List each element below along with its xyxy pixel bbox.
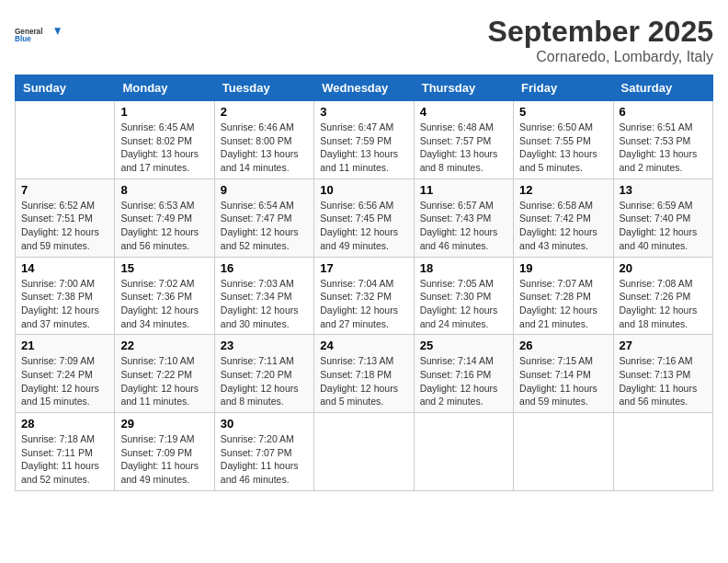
day-cell: 30Sunrise: 7:20 AMSunset: 7:07 PMDayligh… — [214, 413, 313, 491]
day-number: 26 — [519, 339, 607, 352]
day-info: Sunrise: 7:00 AMSunset: 7:38 PMDaylight:… — [21, 277, 108, 331]
title-area: September 2025 Cornaredo, Lombardy, Ital… — [488, 15, 713, 65]
day-info: Sunrise: 7:09 AMSunset: 7:24 PMDaylight:… — [21, 354, 108, 408]
day-number: 27 — [620, 339, 707, 352]
day-cell: 25Sunrise: 7:14 AMSunset: 7:16 PMDayligh… — [414, 335, 513, 413]
day-cell: 12Sunrise: 6:58 AMSunset: 7:42 PMDayligh… — [514, 178, 613, 257]
header-day-saturday: Saturday — [613, 75, 712, 101]
day-info: Sunrise: 7:02 AMSunset: 7:36 PMDaylight:… — [120, 277, 208, 331]
day-number: 6 — [620, 105, 707, 119]
day-info: Sunrise: 6:51 AMSunset: 7:53 PMDaylight:… — [620, 121, 707, 175]
header-row: SundayMondayTuesdayWednesdayThursdayFrid… — [16, 75, 713, 101]
day-cell: 5Sunrise: 6:50 AMSunset: 7:55 PMDaylight… — [514, 101, 613, 179]
week-row-2: 7Sunrise: 6:52 AMSunset: 7:51 PMDaylight… — [16, 178, 713, 257]
day-cell: 17Sunrise: 7:04 AMSunset: 7:32 PMDayligh… — [314, 257, 414, 335]
day-info: Sunrise: 7:14 AMSunset: 7:16 PMDaylight:… — [420, 354, 507, 408]
day-cell: 19Sunrise: 7:07 AMSunset: 7:28 PMDayligh… — [514, 257, 613, 335]
day-cell — [16, 101, 115, 179]
day-info: Sunrise: 7:15 AMSunset: 7:14 PMDaylight:… — [519, 354, 607, 408]
week-row-5: 28Sunrise: 7:18 AMSunset: 7:11 PMDayligh… — [16, 413, 713, 491]
day-cell — [514, 413, 613, 491]
day-info: Sunrise: 6:58 AMSunset: 7:42 PMDaylight:… — [519, 199, 607, 253]
day-cell: 2Sunrise: 6:46 AMSunset: 8:00 PMDaylight… — [214, 101, 313, 179]
day-number: 29 — [120, 417, 208, 431]
day-info: Sunrise: 7:05 AMSunset: 7:30 PMDaylight:… — [420, 277, 507, 331]
day-number: 5 — [519, 105, 607, 119]
day-number: 8 — [120, 183, 208, 197]
day-info: Sunrise: 7:03 AMSunset: 7:34 PMDaylight:… — [221, 277, 308, 331]
day-number: 1 — [120, 105, 208, 119]
day-cell: 6Sunrise: 6:51 AMSunset: 7:53 PMDaylight… — [613, 101, 712, 179]
day-cell: 8Sunrise: 6:53 AMSunset: 7:49 PMDaylight… — [115, 178, 214, 257]
calendar-table: SundayMondayTuesdayWednesdayThursdayFrid… — [15, 75, 713, 491]
day-cell: 3Sunrise: 6:47 AMSunset: 7:59 PMDaylight… — [314, 101, 414, 179]
day-cell — [414, 413, 513, 491]
day-number: 2 — [221, 105, 308, 119]
day-info: Sunrise: 6:45 AMSunset: 8:02 PMDaylight:… — [120, 121, 208, 175]
day-number: 3 — [320, 105, 407, 119]
day-cell: 13Sunrise: 6:59 AMSunset: 7:40 PMDayligh… — [613, 178, 712, 257]
day-number: 13 — [620, 183, 707, 197]
day-info: Sunrise: 6:47 AMSunset: 7:59 PMDaylight:… — [320, 121, 407, 175]
svg-marker-2 — [54, 28, 61, 35]
day-number: 25 — [420, 339, 507, 352]
day-number: 28 — [21, 417, 108, 431]
day-cell — [613, 413, 712, 491]
day-cell: 14Sunrise: 7:00 AMSunset: 7:38 PMDayligh… — [16, 257, 115, 335]
logo-svg: General Blue — [15, 15, 61, 55]
day-number: 24 — [320, 339, 407, 352]
day-info: Sunrise: 7:20 AMSunset: 7:07 PMDaylight:… — [221, 432, 308, 487]
header-day-friday: Friday — [514, 75, 613, 101]
day-info: Sunrise: 6:48 AMSunset: 7:57 PMDaylight:… — [420, 121, 507, 175]
day-info: Sunrise: 7:16 AMSunset: 7:13 PMDaylight:… — [620, 354, 707, 408]
day-cell: 16Sunrise: 7:03 AMSunset: 7:34 PMDayligh… — [214, 257, 313, 335]
day-number: 12 — [519, 183, 607, 197]
day-info: Sunrise: 6:53 AMSunset: 7:49 PMDaylight:… — [120, 199, 208, 253]
location-title: Cornaredo, Lombardy, Italy — [488, 49, 713, 65]
day-number: 4 — [420, 105, 507, 119]
logo: General Blue — [15, 15, 61, 55]
day-cell: 1Sunrise: 6:45 AMSunset: 8:02 PMDaylight… — [115, 101, 214, 179]
day-info: Sunrise: 7:11 AMSunset: 7:20 PMDaylight:… — [221, 354, 308, 408]
day-info: Sunrise: 7:08 AMSunset: 7:26 PMDaylight:… — [620, 277, 707, 331]
day-info: Sunrise: 7:18 AMSunset: 7:11 PMDaylight:… — [21, 432, 108, 487]
day-number: 20 — [620, 261, 707, 275]
month-title: September 2025 — [488, 15, 713, 49]
day-number: 11 — [420, 183, 507, 197]
week-row-3: 14Sunrise: 7:00 AMSunset: 7:38 PMDayligh… — [16, 257, 713, 335]
day-cell: 4Sunrise: 6:48 AMSunset: 7:57 PMDaylight… — [414, 101, 513, 179]
day-info: Sunrise: 6:46 AMSunset: 8:00 PMDaylight:… — [221, 121, 308, 175]
day-number: 16 — [221, 261, 308, 275]
day-number: 10 — [320, 183, 407, 197]
day-info: Sunrise: 6:50 AMSunset: 7:55 PMDaylight:… — [519, 121, 607, 175]
day-number: 17 — [320, 261, 407, 275]
header-day-monday: Monday — [115, 75, 214, 101]
day-number: 22 — [120, 339, 208, 352]
day-info: Sunrise: 6:54 AMSunset: 7:47 PMDaylight:… — [221, 199, 308, 253]
day-number: 9 — [221, 183, 308, 197]
day-number: 14 — [21, 261, 108, 275]
day-number: 19 — [519, 261, 607, 275]
day-info: Sunrise: 6:57 AMSunset: 7:43 PMDaylight:… — [420, 199, 507, 253]
day-cell: 23Sunrise: 7:11 AMSunset: 7:20 PMDayligh… — [214, 335, 313, 413]
day-cell: 7Sunrise: 6:52 AMSunset: 7:51 PMDaylight… — [16, 178, 115, 257]
day-number: 15 — [120, 261, 208, 275]
week-row-1: 1Sunrise: 6:45 AMSunset: 8:02 PMDaylight… — [16, 101, 713, 179]
day-info: Sunrise: 6:56 AMSunset: 7:45 PMDaylight:… — [320, 199, 407, 253]
day-number: 23 — [221, 339, 308, 352]
day-cell: 28Sunrise: 7:18 AMSunset: 7:11 PMDayligh… — [16, 413, 115, 491]
day-cell: 20Sunrise: 7:08 AMSunset: 7:26 PMDayligh… — [613, 257, 712, 335]
day-cell: 9Sunrise: 6:54 AMSunset: 7:47 PMDaylight… — [214, 178, 313, 257]
day-cell: 10Sunrise: 6:56 AMSunset: 7:45 PMDayligh… — [314, 178, 414, 257]
day-info: Sunrise: 6:59 AMSunset: 7:40 PMDaylight:… — [620, 199, 707, 253]
svg-text:General: General — [15, 28, 42, 36]
day-number: 30 — [221, 417, 308, 431]
day-number: 7 — [21, 183, 108, 197]
day-info: Sunrise: 7:10 AMSunset: 7:22 PMDaylight:… — [120, 354, 208, 408]
day-number: 18 — [420, 261, 507, 275]
day-cell: 29Sunrise: 7:19 AMSunset: 7:09 PMDayligh… — [115, 413, 214, 491]
header-day-wednesday: Wednesday — [314, 75, 414, 101]
day-cell: 26Sunrise: 7:15 AMSunset: 7:14 PMDayligh… — [514, 335, 613, 413]
day-info: Sunrise: 7:13 AMSunset: 7:18 PMDaylight:… — [320, 354, 407, 408]
day-info: Sunrise: 6:52 AMSunset: 7:51 PMDaylight:… — [21, 199, 108, 253]
